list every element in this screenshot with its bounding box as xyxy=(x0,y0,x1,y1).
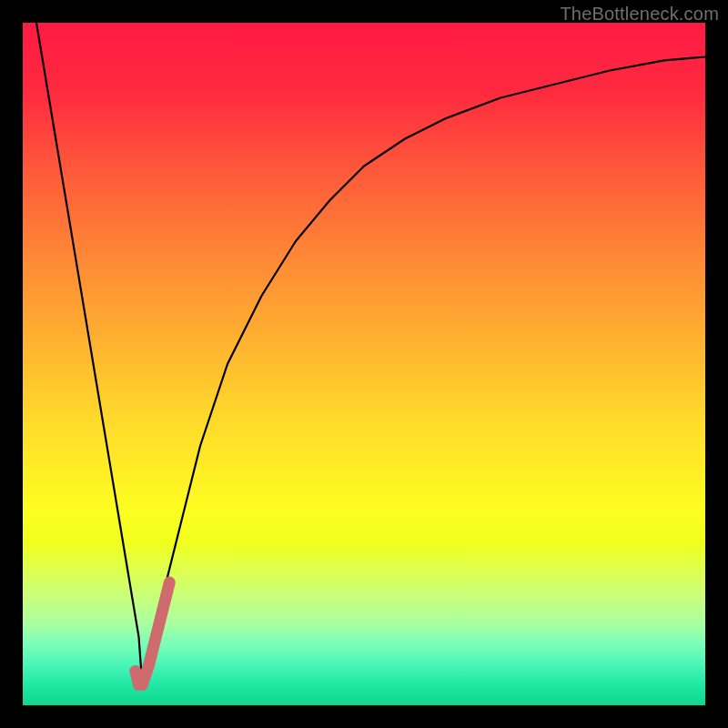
bottleneck-curve xyxy=(36,23,705,685)
curve-layer xyxy=(23,23,705,705)
highlight-segment xyxy=(136,582,170,685)
plot-area xyxy=(23,23,705,705)
watermark-text: TheBottleneck.com xyxy=(560,4,719,25)
chart-frame: TheBottleneck.com xyxy=(0,0,728,728)
